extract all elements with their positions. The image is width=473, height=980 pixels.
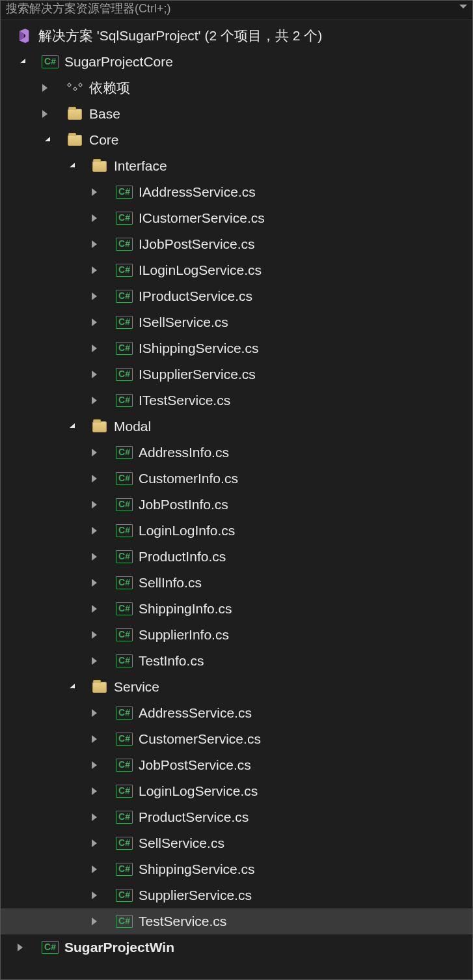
file-node[interactable]: C#SupplierService.cs — [1, 882, 472, 908]
file-node[interactable]: C#ISupplierService.cs — [1, 361, 472, 387]
expand-toggle[interactable] — [88, 371, 101, 378]
expand-toggle[interactable] — [88, 917, 101, 925]
file-label: SupplierService.cs — [139, 888, 252, 903]
file-node[interactable]: C#TestService.cs — [1, 908, 472, 934]
file-label: IAddressService.cs — [139, 184, 256, 200]
solution-label: 解决方案 'SqlSugarProject' (2 个项目，共 2 个) — [38, 27, 322, 45]
file-node[interactable]: C#SellInfo.cs — [1, 570, 472, 596]
file-node[interactable]: C#ILoginLogService.cs — [1, 257, 472, 283]
expand-toggle[interactable] — [88, 501, 101, 509]
expand-toggle[interactable] — [88, 266, 101, 274]
expand-toggle[interactable] — [63, 425, 76, 429]
dependencies-node[interactable]: 依赖项 — [1, 75, 472, 101]
folder-label: Core — [89, 132, 119, 148]
expand-toggle[interactable] — [88, 579, 101, 587]
file-label: ProductInfo.cs — [139, 549, 226, 565]
solution-node[interactable]: 解决方案 'SqlSugarProject' (2 个项目，共 2 个) — [1, 23, 472, 49]
expand-toggle[interactable] — [88, 292, 101, 300]
expand-toggle[interactable] — [88, 709, 101, 717]
file-node[interactable]: C#JobPostService.cs — [1, 752, 472, 778]
expand-toggle[interactable] — [88, 449, 101, 456]
expand-toggle[interactable] — [88, 344, 101, 352]
file-node[interactable]: C#IJobPostService.cs — [1, 231, 472, 257]
file-node[interactable]: C#ShippingInfo.cs — [1, 596, 472, 622]
csharp-file-icon: C# — [116, 759, 133, 772]
folder-node[interactable]: Base — [1, 101, 472, 127]
csharp-file-icon: C# — [116, 394, 133, 407]
folder-node[interactable]: Core — [1, 127, 472, 153]
file-node[interactable]: C#ITestService.cs — [1, 387, 472, 413]
folder-label: Service — [114, 679, 159, 695]
file-label: ShippingInfo.cs — [139, 601, 232, 617]
csharp-file-icon: C# — [116, 290, 133, 303]
expand-toggle[interactable] — [63, 164, 76, 169]
file-node[interactable]: C#ProductInfo.cs — [1, 544, 472, 570]
expand-toggle[interactable] — [38, 110, 51, 118]
csharp-file-icon: C# — [116, 889, 133, 902]
expand-toggle[interactable] — [14, 944, 27, 951]
expand-toggle[interactable] — [88, 657, 101, 665]
file-node[interactable]: C#AddressService.cs — [1, 700, 472, 726]
search-input[interactable]: 搜索解决方案资源管理器(Ctrl+;) — [1, 1, 472, 20]
expand-toggle[interactable] — [88, 527, 101, 535]
csharp-file-icon: C# — [116, 628, 133, 641]
folder-icon — [68, 135, 82, 146]
expand-toggle[interactable] — [88, 188, 101, 196]
expand-toggle[interactable] — [38, 84, 51, 92]
file-node[interactable]: C#ISellService.cs — [1, 309, 472, 335]
file-node[interactable]: C#ProductService.cs — [1, 804, 472, 830]
project-node[interactable]: C# SugarProjectWin — [1, 934, 472, 960]
expand-toggle[interactable] — [63, 685, 76, 690]
solution-icon — [14, 29, 34, 43]
csharp-file-icon: C# — [116, 498, 133, 511]
solution-tree[interactable]: 解决方案 'SqlSugarProject' (2 个项目，共 2 个) C# … — [1, 20, 472, 979]
file-node[interactable]: C#SupplierInfo.cs — [1, 622, 472, 648]
file-label: ProductService.cs — [139, 809, 249, 825]
expand-toggle[interactable] — [88, 735, 101, 743]
expand-toggle[interactable] — [14, 60, 27, 64]
expand-toggle[interactable] — [88, 475, 101, 483]
csharp-file-icon: C# — [116, 316, 133, 329]
folder-node[interactable]: Service — [1, 674, 472, 700]
expand-toggle[interactable] — [88, 553, 101, 561]
file-node[interactable]: C#LoginLogInfo.cs — [1, 518, 472, 544]
expand-toggle[interactable] — [88, 865, 101, 873]
file-node[interactable]: C#IAddressService.cs — [1, 179, 472, 205]
file-node[interactable]: C#IShippingService.cs — [1, 335, 472, 361]
file-node[interactable]: C#LoginLogService.cs — [1, 778, 472, 804]
csharp-file-icon: C# — [116, 472, 133, 485]
csharp-file-icon: C# — [116, 368, 133, 381]
folder-node[interactable]: Modal — [1, 413, 472, 440]
expand-toggle[interactable] — [88, 397, 101, 404]
expand-toggle[interactable] — [88, 631, 101, 639]
expand-toggle[interactable] — [88, 839, 101, 847]
file-node[interactable]: C#CustomerService.cs — [1, 726, 472, 752]
folder-node[interactable]: Interface — [1, 153, 472, 179]
file-node[interactable]: C#CustomerInfo.cs — [1, 466, 472, 492]
expand-toggle[interactable] — [88, 605, 101, 613]
file-node[interactable]: C#ShippingService.cs — [1, 856, 472, 882]
file-label: TestInfo.cs — [139, 653, 204, 669]
expand-toggle[interactable] — [88, 214, 101, 222]
expand-toggle[interactable] — [88, 761, 101, 769]
folder-icon — [92, 421, 107, 432]
folder-label: Base — [89, 106, 120, 122]
expand-toggle[interactable] — [88, 813, 101, 821]
expand-toggle[interactable] — [38, 138, 51, 143]
expand-toggle[interactable] — [88, 318, 101, 326]
expand-toggle[interactable] — [88, 240, 101, 248]
file-label: SellService.cs — [139, 835, 224, 851]
file-node[interactable]: C#ICustomerService.cs — [1, 205, 472, 231]
file-node[interactable]: C#JobPostInfo.cs — [1, 492, 472, 518]
csharp-file-icon: C# — [116, 264, 133, 277]
file-node[interactable]: C#IProductService.cs — [1, 283, 472, 309]
project-node[interactable]: C# SugarProjectCore — [1, 49, 472, 75]
csharp-file-icon: C# — [116, 550, 133, 563]
file-node[interactable]: C#AddressInfo.cs — [1, 440, 472, 466]
expand-toggle[interactable] — [88, 891, 101, 899]
expand-toggle[interactable] — [88, 787, 101, 795]
csharp-file-icon: C# — [116, 707, 133, 720]
file-node[interactable]: C#TestInfo.cs — [1, 648, 472, 674]
file-node[interactable]: C#SellService.cs — [1, 830, 472, 856]
file-label: IProductService.cs — [139, 288, 252, 304]
